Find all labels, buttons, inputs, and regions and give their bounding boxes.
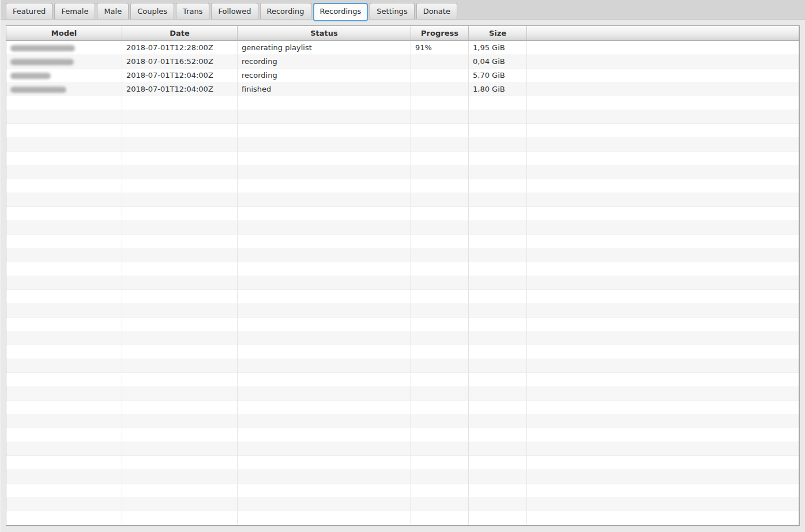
- filler-cell: [527, 497, 799, 511]
- empty-table-row[interactable]: [6, 165, 799, 179]
- empty-table-row[interactable]: [6, 248, 799, 262]
- date-cell: [122, 276, 238, 290]
- tab-female[interactable]: Female: [54, 3, 95, 19]
- table-row[interactable]: 2018-07-01T12:04:00Z finished 1,80 GiB: [6, 82, 799, 96]
- tab-donate[interactable]: Donate: [416, 3, 457, 19]
- empty-table-row[interactable]: [6, 442, 799, 456]
- progress-cell: [411, 387, 469, 401]
- status-cell: [238, 497, 411, 511]
- empty-table-row[interactable]: [6, 484, 799, 497]
- empty-table-row[interactable]: [6, 193, 799, 207]
- empty-table-row[interactable]: [6, 318, 799, 331]
- status-cell: [238, 387, 411, 401]
- status-cell: [238, 318, 411, 331]
- model-cell: [6, 276, 122, 290]
- table-row[interactable]: 2018-07-01T16:52:00Z recording 0,04 GiB: [6, 55, 799, 69]
- filler-cell: [527, 262, 799, 276]
- status-cell: [238, 331, 411, 345]
- progress-cell: [411, 276, 469, 290]
- size-cell: [469, 414, 527, 428]
- empty-table-row[interactable]: [6, 152, 799, 165]
- tab-trans[interactable]: Trans: [176, 3, 209, 19]
- tab-couples[interactable]: Couples: [130, 3, 174, 19]
- column-header-date[interactable]: Date: [122, 26, 238, 41]
- model-cell: [6, 82, 122, 96]
- tab-male[interactable]: Male: [97, 3, 129, 19]
- date-cell: [122, 207, 238, 221]
- progress-cell: [411, 373, 469, 387]
- empty-table-row[interactable]: [6, 304, 799, 318]
- empty-table-row[interactable]: [6, 276, 799, 290]
- model-cell: [6, 428, 122, 442]
- size-cell: [469, 511, 527, 525]
- size-cell: [469, 235, 527, 248]
- column-header-model[interactable]: Model: [6, 26, 122, 41]
- column-header-status[interactable]: Status: [238, 26, 411, 41]
- model-cell: [6, 511, 122, 525]
- empty-table-row[interactable]: [6, 124, 799, 138]
- empty-table-row[interactable]: [6, 138, 799, 152]
- tab-recordings[interactable]: Recordings: [313, 3, 368, 21]
- status-cell: [238, 276, 411, 290]
- filler-cell: [527, 165, 799, 179]
- size-cell: [469, 207, 527, 221]
- empty-table-row[interactable]: [6, 331, 799, 345]
- size-cell: 1,80 GiB: [469, 82, 527, 96]
- empty-table-row[interactable]: [6, 359, 799, 373]
- progress-cell: [411, 179, 469, 193]
- tab-followed[interactable]: Followed: [211, 3, 258, 19]
- table-body: 2018-07-01T12:28:00Z generating playlist…: [6, 41, 799, 525]
- status-cell: [238, 235, 411, 248]
- tab-settings[interactable]: Settings: [370, 3, 414, 19]
- size-cell: [469, 193, 527, 207]
- empty-table-row[interactable]: [6, 497, 799, 511]
- empty-table-row[interactable]: [6, 428, 799, 442]
- empty-table-row[interactable]: [6, 414, 799, 428]
- status-cell: [238, 96, 411, 110]
- empty-table-row[interactable]: [6, 345, 799, 359]
- empty-table-row[interactable]: [6, 290, 799, 304]
- empty-table-row[interactable]: [6, 456, 799, 470]
- date-cell: [122, 401, 238, 414]
- status-cell: [238, 165, 411, 179]
- filler-cell: [527, 221, 799, 235]
- status-cell: [238, 359, 411, 373]
- tab-recording[interactable]: Recording: [260, 3, 311, 19]
- table-row[interactable]: 2018-07-01T12:04:00Z recording 5,70 GiB: [6, 69, 799, 82]
- status-cell: [238, 442, 411, 456]
- empty-table-row[interactable]: [6, 470, 799, 484]
- empty-table-row[interactable]: [6, 110, 799, 124]
- empty-table-row[interactable]: [6, 401, 799, 414]
- progress-cell: [411, 110, 469, 124]
- filler-cell: [527, 359, 799, 373]
- progress-cell: [411, 484, 469, 497]
- progress-cell: [411, 497, 469, 511]
- model-cell: [6, 373, 122, 387]
- empty-table-row[interactable]: [6, 221, 799, 235]
- model-cell: [6, 152, 122, 165]
- progress-cell: [411, 470, 469, 484]
- date-cell: 2018-07-01T16:52:00Z: [122, 55, 238, 69]
- date-cell: [122, 387, 238, 401]
- progress-cell: [411, 82, 469, 96]
- size-cell: [469, 165, 527, 179]
- tab-featured[interactable]: Featured: [6, 3, 52, 19]
- date-cell: [122, 456, 238, 470]
- size-cell: [469, 138, 527, 152]
- empty-table-row[interactable]: [6, 373, 799, 387]
- date-cell: [122, 179, 238, 193]
- empty-table-row[interactable]: [6, 235, 799, 248]
- empty-table-row[interactable]: [6, 387, 799, 401]
- empty-table-row[interactable]: [6, 96, 799, 110]
- filler-cell: [527, 304, 799, 318]
- column-header-size[interactable]: Size: [469, 26, 527, 41]
- table-row[interactable]: 2018-07-01T12:28:00Z generating playlist…: [6, 41, 799, 55]
- column-header-filler[interactable]: [527, 26, 799, 41]
- empty-table-row[interactable]: [6, 511, 799, 525]
- progress-cell: [411, 442, 469, 456]
- empty-table-row[interactable]: [6, 262, 799, 276]
- column-header-progress[interactable]: Progress: [411, 26, 469, 41]
- filler-cell: [527, 401, 799, 414]
- empty-table-row[interactable]: [6, 179, 799, 193]
- empty-table-row[interactable]: [6, 207, 799, 221]
